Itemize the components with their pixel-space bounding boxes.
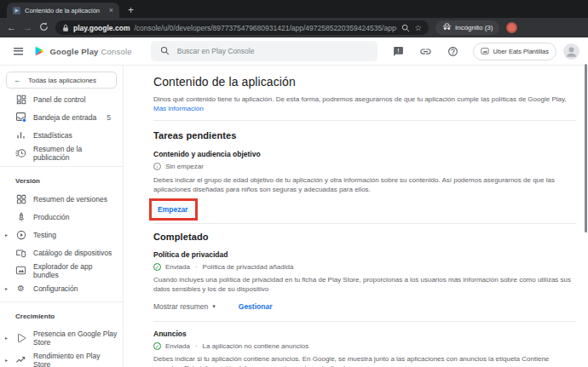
app-bundle-icon xyxy=(15,265,26,276)
search-input[interactable]: Buscar en Play Console xyxy=(151,41,378,61)
mostrar-resumen-label: Mostrar resumen xyxy=(153,302,208,311)
ads-description: Debes indicar si tu aplicación contiene … xyxy=(153,354,576,367)
sidebar-item-catalogo-dispositivos[interactable]: Catálogo de dispositivos xyxy=(0,244,123,261)
divider xyxy=(153,321,576,322)
more-info-link[interactable]: Más información xyxy=(153,105,204,112)
info-icon: i xyxy=(153,163,161,170)
play-store-icon xyxy=(15,333,26,343)
sidebar-item-label: Estadísticas xyxy=(33,131,72,140)
browser-tabstrip: Contenido de la aplicación × + xyxy=(0,0,588,18)
chevron-right-icon[interactable]: ▸ xyxy=(5,335,8,341)
menu-icon[interactable] xyxy=(14,48,23,55)
zoom-magnifier-icon[interactable] xyxy=(401,20,410,36)
dot-separator: · xyxy=(195,341,198,351)
sidebar-item-presencia-play-store[interactable]: ▸ Presencia en Google Play Store xyxy=(0,325,123,351)
back-icon[interactable]: ← xyxy=(7,23,16,32)
logo-text-secondary: Console xyxy=(101,47,131,56)
empezar-action-area: Empezar xyxy=(151,200,194,218)
task-description: Debes indicar el grupo de edad objetivo … xyxy=(153,175,576,194)
dot-separator: · xyxy=(195,262,198,272)
sidebar-item-configuracion[interactable]: ▸ ⚙ Configuración xyxy=(0,279,123,297)
tab-close-icon[interactable]: × xyxy=(109,7,113,14)
sidebar-divider xyxy=(0,301,123,302)
sidebar-item-estadisticas[interactable]: Estadísticas xyxy=(0,126,123,144)
sidebar-item-rendimiento-play-store[interactable]: ▸ Rendimiento en Play Store xyxy=(0,351,123,367)
incognito-badge: Incógnito (3) xyxy=(435,20,499,35)
sidebar-item-label: Resumen de versiones xyxy=(33,195,107,204)
link-icon[interactable] xyxy=(419,45,432,58)
releases-grid-icon xyxy=(15,194,26,204)
user-avatar[interactable] xyxy=(563,43,579,60)
pending-heading: Tareas pendientes xyxy=(153,129,576,141)
task-title: Contenido y audiencia objetivo xyxy=(153,150,576,159)
task-status-row: i Sin empezar xyxy=(153,162,576,171)
sidebar-item-label: Resumen de la publicación xyxy=(33,145,119,162)
logo-text-primary: Google Play xyxy=(50,47,99,56)
mostrar-resumen-button[interactable]: Mostrar resumen ▾ xyxy=(153,302,216,311)
chevron-right-icon[interactable]: ▸ xyxy=(5,232,8,238)
chevron-right-icon[interactable]: ▸ xyxy=(5,358,8,363)
privacy-actions-row: Mostrar resumen ▾ Gestionar xyxy=(153,302,576,311)
sidebar-item-resumen-publicacion[interactable]: Resumen de la publicación xyxy=(0,144,123,162)
sidebar-item-bandeja-de-entrada[interactable]: Bandeja de entrada 5 xyxy=(0,108,123,126)
play-console-logo[interactable]: Google Play Console xyxy=(34,45,132,57)
inbox-icon xyxy=(15,112,26,123)
sidebar-item-testing[interactable]: ▸ Testing xyxy=(0,226,123,244)
incognito-icon xyxy=(442,23,452,32)
privacy-description: Cuando incluyes una política de privacid… xyxy=(153,275,576,294)
empezar-link[interactable]: Empezar xyxy=(151,201,194,218)
bar-chart-icon xyxy=(15,130,26,140)
trending-up-icon xyxy=(15,354,26,365)
reload-icon[interactable] xyxy=(39,22,49,33)
check-icon: ✓ xyxy=(153,342,161,350)
privacy-status-detail: Política de privacidad añadida xyxy=(203,262,294,272)
ads-status-row: ✓ Enviada · La aplicación no contiene an… xyxy=(153,341,576,351)
sidebar-item-resumen-versiones[interactable]: Resumen de versiones xyxy=(0,190,123,208)
console-header: Google Play Console Buscar en Play Conso… xyxy=(0,37,588,66)
sidebar-item-label: Presencia en Google Play Store xyxy=(33,330,119,347)
sidebar-item-label: Rendimiento en Play Store xyxy=(33,352,119,367)
sidebar-item-explorador-app-bundles[interactable]: Explorador de app bundles xyxy=(0,261,123,279)
divider xyxy=(153,120,576,121)
sidebar-item-produccion[interactable]: Producción xyxy=(0,208,123,226)
completed-heading: Completado xyxy=(153,231,576,243)
feedback-icon[interactable] xyxy=(393,46,404,57)
gear-icon: ⚙ xyxy=(15,284,26,293)
chevron-right-icon[interactable]: ▸ xyxy=(5,286,8,291)
devices-icon xyxy=(15,247,26,258)
app-name: Uber Eats Plantillas xyxy=(493,48,549,55)
tab-title: Contenido de la aplicación xyxy=(25,7,105,14)
url-path: /console/u/0/developers/8977375479680931… xyxy=(134,24,397,32)
page-intro: Dinos qué contenido tiene tu aplicación.… xyxy=(153,95,576,113)
all-apps-button[interactable]: ← Todas las aplicaciones xyxy=(6,72,117,89)
sidebar: ← Todas las aplicaciones Panel de contro… xyxy=(0,66,124,367)
ads-title: Anuncios xyxy=(153,330,576,339)
url-domain: play.google.com xyxy=(73,24,130,32)
profile-avatar[interactable] xyxy=(506,22,517,33)
app-icon xyxy=(481,43,489,59)
search-placeholder: Buscar en Play Console xyxy=(177,47,255,55)
app-switcher-chip[interactable]: Uber Eats Plantillas xyxy=(473,43,556,60)
bookmark-star-icon[interactable]: ☆ xyxy=(414,24,422,32)
privacy-title: Política de privacidad xyxy=(153,250,576,260)
browser-tab[interactable]: Contenido de la aplicación × xyxy=(7,3,119,18)
help-icon[interactable] xyxy=(447,46,458,57)
sidebar-item-panel-de-control[interactable]: Panel de control xyxy=(0,90,123,108)
inbox-count-badge: 5 xyxy=(107,113,111,122)
sidebar-divider xyxy=(0,166,123,167)
play-triangle-icon xyxy=(34,45,45,57)
gestionar-link[interactable]: Gestionar xyxy=(239,302,273,311)
back-arrow-icon: ← xyxy=(14,77,21,84)
lock-icon xyxy=(62,20,69,36)
dashboard-icon xyxy=(15,95,26,105)
new-tab-button[interactable]: + xyxy=(128,5,134,15)
scrollbar[interactable] xyxy=(585,64,587,232)
sidebar-item-label: Panel de control xyxy=(33,95,85,104)
search-icon xyxy=(160,43,170,59)
page-title: Contenido de la aplicación xyxy=(153,75,576,89)
sidebar-item-label: Configuración xyxy=(33,284,78,293)
address-bar[interactable]: play.google.com /console/u/0/developers/… xyxy=(55,20,429,35)
forward-icon[interactable]: → xyxy=(23,23,32,32)
divider xyxy=(153,223,576,224)
check-icon: ✓ xyxy=(153,263,161,271)
